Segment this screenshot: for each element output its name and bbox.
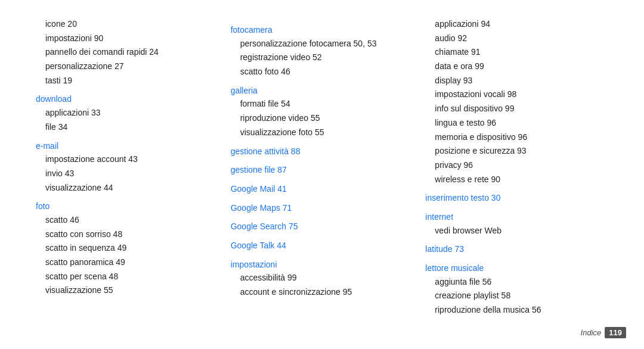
index-subitem: impostazioni 90 bbox=[36, 32, 219, 45]
index-subitem: applicazioni 33 bbox=[36, 107, 219, 120]
index-subitem: personalizzazione 27 bbox=[36, 60, 219, 73]
index-subitem: registrazione video 52 bbox=[231, 51, 414, 64]
index-header: lettore musicale bbox=[425, 262, 608, 275]
index-subitem: lingua e testo 96 bbox=[425, 117, 608, 130]
index-subitem: impostazione account 43 bbox=[36, 153, 219, 166]
column-2: fotocamerapersonalizzazione fotocamera 5… bbox=[231, 18, 426, 331]
index-subitem: vedi browser Web bbox=[425, 225, 608, 238]
index-subitem: data e ora 99 bbox=[425, 60, 608, 73]
column-1: icone 20impostazioni 90pannello dei coma… bbox=[36, 18, 231, 331]
index-header: Google Talk 44 bbox=[231, 239, 414, 253]
index-subitem: scatto panoramica 49 bbox=[36, 256, 219, 269]
index-header: gestione file 87 bbox=[231, 164, 414, 177]
index-header: gestione attività 88 bbox=[231, 145, 414, 158]
index-subitem: creazione playlist 58 bbox=[425, 289, 608, 303]
index-subitem: visualizzazione 44 bbox=[36, 182, 219, 195]
index-subitem: formati file 54 bbox=[231, 98, 414, 111]
column-3: applicazioni 94audio 92chiamate 91data e… bbox=[425, 18, 620, 331]
index-subitem: applicazioni 94 bbox=[425, 18, 608, 31]
index-subitem: scatto 46 bbox=[36, 214, 219, 227]
index-header: Google Search 75 bbox=[231, 220, 414, 233]
index-subitem: accessibilità 99 bbox=[231, 272, 414, 285]
index-subitem: visualizzazione 55 bbox=[36, 284, 219, 297]
index-subitem: file 34 bbox=[36, 121, 219, 134]
index-subitem: info sul dispositivo 99 bbox=[425, 102, 608, 116]
index-header: inserimento testo 30 bbox=[425, 192, 608, 205]
index-subitem: tasti 19 bbox=[36, 74, 219, 88]
index-subitem: audio 92 bbox=[425, 32, 608, 45]
index-header: foto bbox=[36, 200, 219, 213]
index-subitem: pannello dei comandi rapidi 24 bbox=[36, 46, 219, 59]
index-subitem: personalizzazione fotocamera 50, 53 bbox=[231, 38, 414, 51]
index-subitem: scatto in sequenza 49 bbox=[36, 242, 219, 255]
index-header: Google Maps 71 bbox=[231, 202, 414, 215]
index-subitem: memoria e dispositivo 96 bbox=[425, 131, 608, 144]
index-header: internet bbox=[425, 211, 608, 224]
footer-page: 119 bbox=[605, 327, 626, 338]
index-subitem: icone 20 bbox=[36, 18, 219, 31]
index-subitem: account e sincronizzazione 95 bbox=[231, 286, 414, 299]
page-content: icone 20impostazioni 90pannello dei coma… bbox=[0, 0, 644, 349]
index-subitem: riproduzione video 55 bbox=[231, 112, 414, 125]
page-footer: Indice 119 bbox=[581, 327, 626, 338]
index-subitem: wireless e rete 90 bbox=[425, 173, 608, 186]
index-header: latitude 73 bbox=[425, 243, 608, 256]
index-subitem: visualizzazione foto 55 bbox=[231, 126, 414, 139]
footer-label: Indice bbox=[581, 328, 602, 337]
index-header: Google Mail 41 bbox=[231, 183, 414, 196]
index-subitem: aggiunta file 56 bbox=[425, 276, 608, 289]
index-subitem: invio 43 bbox=[36, 167, 219, 180]
index-subitem: posizione e sicurezza 93 bbox=[425, 145, 608, 158]
index-header: galleria bbox=[231, 85, 414, 98]
index-header: e-mail bbox=[36, 140, 219, 153]
index-subitem: riproduzione della musica 56 bbox=[425, 304, 608, 317]
index-subitem: scatto foto 46 bbox=[231, 66, 414, 79]
index-header: impostazioni bbox=[231, 258, 414, 272]
index-subitem: chiamate 91 bbox=[425, 46, 608, 59]
index-subitem: impostazioni vocali 98 bbox=[425, 88, 608, 101]
index-subitem: privacy 96 bbox=[425, 159, 608, 172]
index-subitem: scatto per scena 48 bbox=[36, 270, 219, 283]
index-header: fotocamera bbox=[231, 24, 414, 37]
index-subitem: display 93 bbox=[425, 74, 608, 88]
index-subitem: scatto con sorriso 48 bbox=[36, 228, 219, 241]
index-header: download bbox=[36, 93, 219, 106]
